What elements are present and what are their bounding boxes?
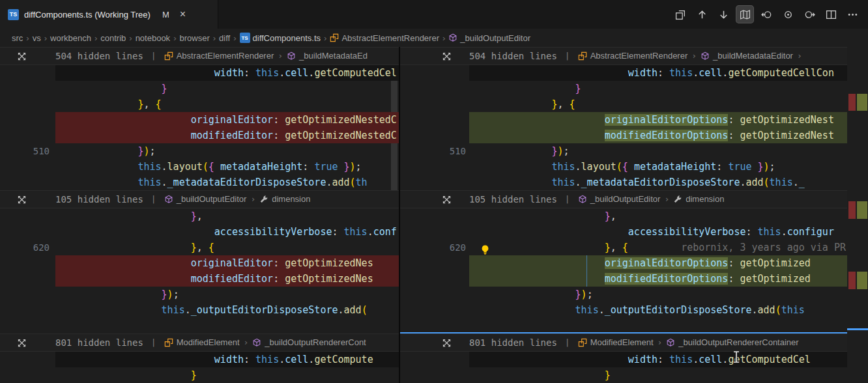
code-line[interactable]: modifiedEditorOptions: getOptimizedNest bbox=[400, 128, 868, 143]
fold-summary: 504 hidden lines|AbstractElementRenderer… bbox=[469, 48, 806, 64]
breadcrumb-symbol-label: _buildOutputEditor bbox=[460, 33, 530, 43]
fold-symbol-ModifiedElement[interactable]: ModifiedElement bbox=[164, 334, 240, 351]
code-line[interactable]: this._outputEditorDisposeStore.add( bbox=[0, 302, 399, 318]
next-change-button[interactable] bbox=[714, 5, 732, 23]
ruler-removed-mark bbox=[848, 94, 856, 111]
code-line[interactable]: }, bbox=[0, 208, 399, 224]
folded-region-header[interactable]: 801 hidden lines|ModifiedElement›_buildO… bbox=[0, 333, 399, 352]
breadcrumb-symbol-AbstractElementRenderer[interactable]: AbstractElementRenderer bbox=[330, 33, 439, 43]
map-icon bbox=[740, 9, 751, 20]
line-number[interactable]: 510 bbox=[0, 143, 55, 159]
breadcrumb-folder-src[interactable]: src bbox=[12, 33, 23, 43]
fold-symbol-label: dimension bbox=[686, 191, 724, 208]
fold-symbol-AbstractElementRenderer[interactable]: AbstractElementRenderer bbox=[164, 48, 274, 64]
close-tab-button[interactable]: × bbox=[180, 9, 186, 20]
code-line[interactable]: 510 }); bbox=[400, 143, 868, 159]
code-line[interactable]: this._outputEditorDisposeStore.add(this bbox=[400, 302, 868, 318]
code-line[interactable]: width: this.cell.getComputedCellCon bbox=[400, 65, 868, 81]
code-line[interactable]: } bbox=[0, 367, 399, 383]
unfold-icon[interactable] bbox=[17, 51, 27, 61]
fold-gutter bbox=[0, 338, 55, 348]
fold-symbol-_buildOutputEditor[interactable]: _buildOutputEditor bbox=[578, 191, 661, 208]
breadcrumb-symbol-_buildOutputEditor[interactable]: _buildOutputEditor bbox=[448, 33, 530, 43]
code-line[interactable]: originalEditor: getOptimizedNestedC bbox=[0, 112, 399, 128]
split-editor-button[interactable] bbox=[822, 5, 840, 23]
collapse-unchanged-regions-button[interactable] bbox=[736, 5, 754, 23]
lightbulb-icon[interactable] bbox=[480, 242, 491, 253]
code-line[interactable]: this.layout({ metadataHeight: true }); bbox=[400, 159, 868, 175]
code-line[interactable]: originalEditorOptions: getOptimizedNest bbox=[400, 112, 868, 128]
unfold-icon[interactable] bbox=[442, 338, 452, 348]
previous-change-button[interactable] bbox=[693, 5, 711, 23]
code-line[interactable]: width: this.cell.getCompute bbox=[0, 352, 399, 367]
fold-symbol-dimension[interactable]: dimension bbox=[673, 191, 724, 208]
fold-symbol-dimension[interactable]: dimension bbox=[259, 191, 310, 208]
code-line[interactable]: accessibilityVerbose: this.conf bbox=[0, 224, 399, 240]
code-line[interactable]: accessibilityVerbose: this.configur bbox=[400, 224, 868, 240]
line-number bbox=[400, 175, 469, 190]
code-line[interactable]: this.layout({ metadataHeight: true }); bbox=[0, 159, 399, 175]
line-number[interactable]: 620 bbox=[400, 240, 469, 255]
code-line[interactable]: width: this.cell.getComputedCel bbox=[400, 352, 868, 367]
code-line[interactable]: originalEditorOptions: getOptimized bbox=[400, 255, 868, 271]
code-content: this._metadataEditorDisposeStore.add(thi… bbox=[469, 175, 868, 190]
code-line[interactable]: modifiedEditor: getOptimizedNestedC bbox=[0, 128, 399, 143]
breadcrumb-folder-vs[interactable]: vs bbox=[33, 33, 41, 43]
folded-region-header[interactable]: 504 hidden lines|AbstractElementRenderer… bbox=[0, 47, 399, 65]
breadcrumb-folder-notebook[interactable]: notebook bbox=[136, 33, 171, 43]
crumb-separator: › bbox=[687, 48, 701, 64]
folded-region-header[interactable]: 105 hidden lines|_buildOutputEditor›dime… bbox=[0, 190, 399, 208]
code-line[interactable]: }, bbox=[400, 208, 868, 224]
line-number[interactable]: 620 bbox=[0, 240, 55, 255]
unfold-icon[interactable] bbox=[17, 338, 27, 348]
unfold-icon[interactable] bbox=[442, 51, 452, 61]
method-icon bbox=[448, 33, 457, 42]
fold-symbol-_buildOutputEditor[interactable]: _buildOutputEditor bbox=[164, 191, 247, 208]
code-line[interactable]: } bbox=[0, 81, 399, 96]
folded-region-header[interactable]: 504 hidden lines|AbstractElementRenderer… bbox=[400, 47, 868, 65]
editor-tab[interactable]: TS diffComponents.ts (Working Tree) M × bbox=[0, 0, 218, 29]
folded-region-header[interactable]: 105 hidden lines|_buildOutputEditor›dime… bbox=[400, 190, 868, 208]
code-line[interactable]: }); bbox=[0, 287, 399, 302]
code-content: originalEditor: getOptimizedNestedC bbox=[55, 112, 399, 128]
code-line[interactable]: this._metadataEditorDisposeStore.add(th bbox=[0, 175, 399, 190]
split-icon bbox=[826, 9, 837, 20]
fold-symbol-_buildOutputRendererCont[interactable]: _buildOutputRendererCont bbox=[252, 334, 366, 351]
fold-symbol-_buildMetadataEd[interactable]: _buildMetadataEd bbox=[287, 48, 368, 64]
breadcrumb-folder-contrib[interactable]: contrib bbox=[100, 33, 126, 43]
revert-right-button[interactable] bbox=[800, 5, 818, 23]
arrow-up-icon bbox=[697, 9, 708, 20]
code-line[interactable]: 620 }, { rebornix, 3 years ago via PR bbox=[400, 240, 868, 255]
unfold-icon[interactable] bbox=[442, 195, 452, 205]
fold-symbol-ModifiedElement[interactable]: ModifiedElement bbox=[578, 334, 654, 351]
code-line[interactable]: }, { bbox=[0, 96, 399, 112]
code-line[interactable]: width: this.cell.getComputedCel bbox=[0, 65, 399, 81]
open-changes-button[interactable] bbox=[671, 5, 689, 23]
code-content: width: this.cell.getCompute bbox=[55, 352, 399, 367]
code-line[interactable]: originalEditor: getOptimizedNes bbox=[0, 255, 399, 271]
breadcrumb-folder-workbench[interactable]: workbench bbox=[50, 33, 91, 43]
code-line[interactable]: }); bbox=[400, 287, 868, 302]
code-line[interactable]: } bbox=[400, 81, 868, 96]
breadcrumb-folder-browser[interactable]: browser bbox=[179, 33, 209, 43]
code-line[interactable]: modifiedEditor: getOptimizedNes bbox=[0, 271, 399, 287]
code-line[interactable]: 510 }); bbox=[0, 143, 399, 159]
ruler-added-mark bbox=[857, 272, 867, 289]
focus-disassembly-button[interactable] bbox=[779, 5, 797, 23]
revert-left-button[interactable] bbox=[757, 5, 775, 23]
breadcrumb-folder-diff[interactable]: diff bbox=[219, 33, 230, 43]
fold-symbol-AbstractElementRenderer[interactable]: AbstractElementRenderer bbox=[578, 48, 688, 64]
more-actions-button[interactable] bbox=[843, 5, 861, 23]
code-line[interactable]: this._metadataEditorDisposeStore.add(thi… bbox=[400, 175, 868, 190]
code-line[interactable]: 620 }, { bbox=[0, 240, 399, 255]
fold-symbol-_buildMetadataEditor[interactable]: _buildMetadataEditor bbox=[701, 48, 793, 64]
code-line[interactable]: } bbox=[400, 367, 868, 383]
overview-ruler[interactable] bbox=[847, 47, 868, 383]
code-line[interactable]: modifiedEditorOptions: getOptimized bbox=[400, 271, 868, 287]
folded-region-header[interactable]: 801 hidden lines|ModifiedElement›_buildO… bbox=[400, 333, 868, 352]
breadcrumb-file[interactable]: TSdiffComponents.ts bbox=[240, 33, 321, 43]
line-number[interactable]: 510 bbox=[400, 143, 469, 159]
fold-symbol-_buildOutputRendererContainer[interactable]: _buildOutputRendererContainer bbox=[666, 334, 798, 351]
unfold-icon[interactable] bbox=[17, 195, 27, 205]
code-line[interactable]: }, { bbox=[400, 96, 868, 112]
